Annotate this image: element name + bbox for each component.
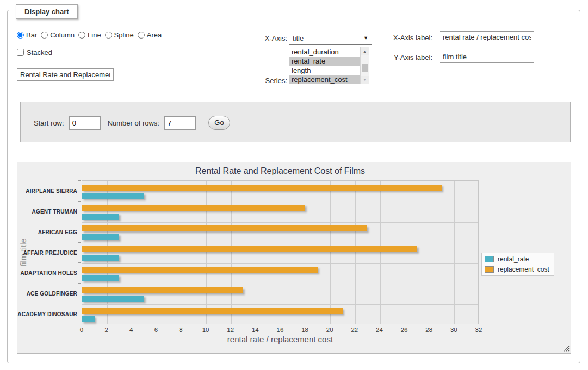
legend-swatch (485, 256, 494, 262)
resize-handle-icon[interactable] (563, 346, 570, 352)
row-controls-panel: Start row: Number of rows: Go (20, 102, 571, 142)
radio-bar[interactable]: Bar (17, 31, 37, 39)
gridline-horizontal (82, 222, 478, 223)
gridline-vertical (231, 181, 232, 324)
bar-rental_rate (82, 255, 119, 261)
y-axis-label-input[interactable] (440, 51, 534, 63)
start-row-input[interactable] (69, 116, 101, 130)
x-tick-label: 16 (272, 327, 288, 333)
legend-item: rental_rate (485, 255, 549, 263)
stacked-checkbox[interactable] (17, 49, 24, 56)
y-tick-mark (78, 242, 81, 243)
bar-rental_rate (82, 275, 119, 281)
gridline-vertical (454, 181, 455, 324)
bar-replacement_cost (82, 225, 367, 231)
chart-container: Rental Rate and Replacement Cost of Film… (17, 162, 571, 354)
gridline-vertical (330, 181, 331, 324)
x-axis-select-value: title (293, 34, 304, 42)
scroll-up-icon[interactable]: ▲ (361, 47, 369, 55)
bar-replacement_cost (82, 185, 442, 191)
category-label: ACADEMY DINOSAUR (17, 311, 77, 317)
chart-x-axis-title: rental rate / replacement cost (82, 335, 479, 344)
scrollbar-thumb[interactable] (362, 64, 368, 72)
category-label: AGENT TRUMAN (17, 209, 77, 215)
go-button[interactable]: Go (208, 116, 230, 130)
gridline-vertical (206, 181, 207, 324)
chart-title-input[interactable] (17, 68, 114, 81)
radio-area-input[interactable] (138, 32, 145, 39)
series-option-replacement_cost[interactable]: replacement_cost (289, 75, 360, 84)
x-tick-label: 20 (321, 327, 338, 333)
gridline-horizontal (82, 304, 478, 305)
series-option-rental_duration[interactable]: rental_duration (289, 47, 360, 57)
y-tick-mark (78, 180, 81, 181)
legend-label: rental_rate (498, 255, 529, 263)
x-tick-label: 6 (148, 327, 164, 333)
x-tick-label: 8 (173, 327, 189, 333)
bar-rental_rate (82, 296, 144, 302)
bar-replacement_cost (82, 205, 305, 211)
x-tick-label: 18 (297, 327, 313, 333)
x-tick-label: 22 (346, 327, 363, 333)
y-tick-mark (78, 222, 81, 222)
chart-type-group: BarColumnLineSplineArea (17, 31, 162, 39)
scroll-down-icon[interactable]: ▼ (361, 76, 369, 84)
series-scrollbar[interactable]: ▲ ▼ (360, 47, 369, 84)
radio-bar-input[interactable] (17, 32, 24, 39)
x-tick-label: 10 (197, 327, 214, 333)
x-tick-label: 24 (372, 327, 388, 333)
x-tick-label: 0 (73, 327, 90, 333)
category-label: ADAPTATION HOLES (17, 270, 77, 276)
category-label: AIRPLANE SIERRA (17, 188, 77, 194)
series-option-rental_rate[interactable]: rental_rate (289, 57, 360, 66)
stacked-checkbox-row[interactable]: Stacked (17, 48, 52, 57)
radio-label: Spline (114, 31, 134, 39)
gridline-vertical (355, 181, 356, 324)
legend-label: replacement_cost (498, 266, 549, 273)
chart-legend: rental_ratereplacement_cost (481, 253, 554, 276)
bar-rental_rate (82, 214, 119, 220)
series-listbox-options: rental_durationrental_ratelengthreplacem… (289, 47, 360, 84)
x-tick-label: 30 (445, 327, 462, 333)
radio-column-input[interactable] (41, 32, 48, 39)
series-listbox-label: Series: (249, 77, 287, 85)
bar-rental_rate (82, 234, 119, 240)
gridline-vertical (430, 181, 430, 324)
radio-label: Line (88, 31, 101, 39)
series-listbox[interactable]: rental_durationrental_ratelengthreplacem… (289, 47, 369, 84)
bar-replacement_cost (82, 308, 343, 314)
dropdown-arrow-icon: ▼ (363, 35, 368, 41)
radio-spline-input[interactable] (105, 32, 112, 39)
legend-swatch (485, 266, 494, 273)
series-option-length[interactable]: length (289, 66, 360, 75)
x-axis-select[interactable]: title ▼ (289, 32, 372, 45)
radio-spline[interactable]: Spline (105, 31, 134, 39)
x-tick-label: 14 (247, 327, 263, 333)
gridline-vertical (380, 181, 381, 324)
y-tick-mark (78, 201, 81, 202)
gridline-vertical (107, 181, 108, 324)
scrollbar-track[interactable] (361, 55, 369, 76)
radio-line-input[interactable] (78, 32, 85, 39)
category-label: AFRICAN EGG (17, 229, 77, 235)
radio-column[interactable]: Column (41, 31, 75, 39)
x-axis-label-label: X-Axis label: (386, 34, 432, 42)
gridline-horizontal (82, 284, 478, 284)
start-row-label: Start row: (34, 119, 64, 127)
bar-replacement_cost (82, 267, 318, 273)
x-tick-label: 2 (98, 327, 115, 333)
num-rows-input[interactable] (164, 116, 196, 130)
gridline-vertical (157, 181, 157, 324)
radio-line[interactable]: Line (78, 31, 101, 39)
chart-title: Rental Rate and Replacement Cost of Film… (82, 166, 479, 176)
gridline-vertical (182, 181, 182, 324)
radio-area[interactable]: Area (138, 31, 162, 39)
stacked-label: Stacked (27, 48, 52, 57)
x-tick-label: 4 (123, 327, 139, 333)
gridline-horizontal (82, 202, 478, 202)
x-tick-label: 32 (471, 327, 487, 333)
display-chart-panel: Display chart BarColumnLineSplineArea St… (7, 10, 580, 363)
x-axis-label-input[interactable] (440, 31, 534, 43)
x-tick-label: 26 (396, 327, 412, 333)
gridline-vertical (405, 181, 405, 324)
